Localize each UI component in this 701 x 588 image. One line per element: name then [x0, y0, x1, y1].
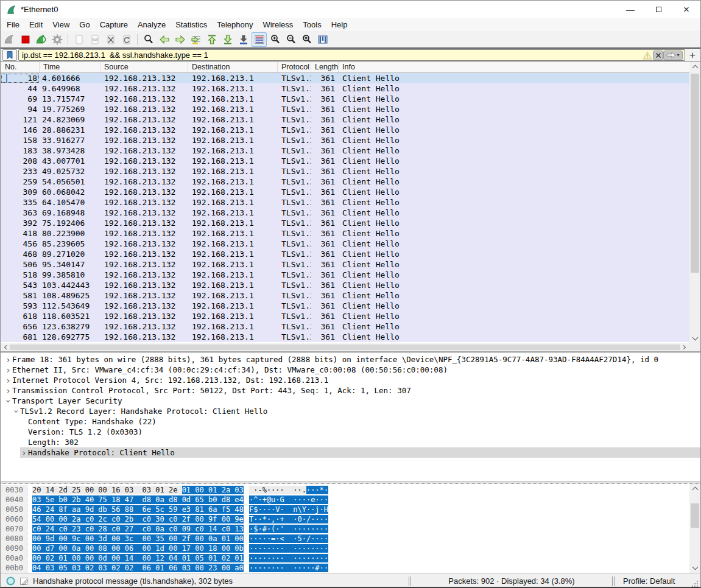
- packet-row[interactable]: 543103.442443192.168.213.132192.168.213.…: [1, 280, 689, 290]
- packet-row[interactable]: 51899.385810192.168.213.132192.168.213.1…: [1, 270, 689, 280]
- minimize-button[interactable]: —: [616, 1, 644, 18]
- packet-row[interactable]: 681128.692775192.168.213.132192.168.213.…: [1, 332, 689, 342]
- hex-row[interactable]: 004003 5e b0 2b 40 75 18 47 d8 0a d8 0d …: [1, 495, 700, 505]
- open-file-icon[interactable]: [71, 32, 86, 47]
- hex-row[interactable]: 003020 14 2d 25 00 00 16 03 03 01 2e 01 …: [1, 485, 700, 495]
- maximize-button[interactable]: [644, 1, 672, 18]
- hex-row[interactable]: 005046 24 8f aa 9d db 56 88 6e 5c 59 e3 …: [1, 505, 700, 514]
- find-packet-icon[interactable]: [141, 32, 156, 47]
- packet-row[interactable]: 593112.543649192.168.213.132192.168.213.…: [1, 301, 689, 311]
- scroll-right-button[interactable]: [680, 343, 689, 351]
- scroll-down-button[interactable]: [689, 563, 700, 573]
- detail-line[interactable]: ›Content Type: Handshake (22): [1, 416, 700, 427]
- filter-apply-button[interactable]: ▾: [663, 51, 683, 60]
- menu-capture[interactable]: Capture: [95, 19, 133, 30]
- go-first-packet-icon[interactable]: [204, 32, 219, 47]
- packet-row[interactable]: 25954.056501192.168.213.132192.168.213.1…: [1, 177, 689, 187]
- filter-add-button[interactable]: +: [686, 49, 699, 61]
- detail-line[interactable]: ›Length: 302: [1, 437, 700, 447]
- hex-row[interactable]: 0070c0 24 c0 23 c0 28 c0 27 c0 0a c0 09 …: [1, 524, 700, 534]
- colorize-packets-icon[interactable]: [252, 32, 267, 47]
- start-capture-icon[interactable]: [2, 32, 17, 47]
- filter-dropdown-caret[interactable]: ▾: [677, 52, 679, 58]
- hex-row[interactable]: 006054 00 00 2a c0 2c c0 2b c0 30 c0 2f …: [1, 514, 700, 524]
- packet-row[interactable]: 14628.886231192.168.213.132192.168.213.1…: [1, 125, 689, 135]
- expert-info-icon[interactable]: [5, 576, 16, 586]
- detail-line[interactable]: ›Internet Protocol Version 4, Src: 192.1…: [1, 375, 700, 385]
- zoom-out-icon[interactable]: [283, 32, 298, 47]
- hex-row[interactable]: 00b004 03 05 03 02 03 02 02 06 01 06 03 …: [1, 563, 700, 573]
- column-header-info[interactable]: Info: [339, 62, 689, 72]
- capture-options-icon[interactable]: [49, 32, 65, 47]
- scrollbar-thumb[interactable]: [691, 503, 699, 528]
- menu-edit[interactable]: Edit: [24, 19, 48, 30]
- scroll-up-button[interactable]: [689, 62, 700, 72]
- menu-view[interactable]: View: [48, 19, 74, 30]
- zoom-in-icon[interactable]: [267, 32, 283, 47]
- detail-line[interactable]: ›Handshake Protocol: Client Hello: [20, 447, 700, 458]
- packet-row[interactable]: 41880.223900192.168.213.132192.168.213.1…: [1, 228, 689, 239]
- scroll-left-button[interactable]: [1, 343, 10, 351]
- packet-row[interactable]: 46889.271020192.168.213.132192.168.213.1…: [1, 249, 689, 259]
- column-header-source[interactable]: Source: [100, 62, 188, 72]
- scrollbar-thumb[interactable]: [691, 74, 699, 273]
- expand-arrow-icon[interactable]: ›: [4, 355, 12, 364]
- packet-row[interactable]: 656123.638279192.168.213.132192.168.213.…: [1, 321, 689, 332]
- scroll-down-button[interactable]: [689, 334, 700, 343]
- collapse-arrow-icon[interactable]: ›: [12, 407, 21, 415]
- menu-file[interactable]: File: [2, 19, 24, 30]
- packet-row[interactable]: 20843.007701192.168.213.132192.168.213.1…: [1, 156, 689, 166]
- packet-row[interactable]: 618118.603521192.168.213.132192.168.213.…: [1, 311, 689, 321]
- packet-row[interactable]: 33564.105470192.168.213.132192.168.213.1…: [1, 197, 689, 208]
- packet-row[interactable]: 6913.715747192.168.213.132192.168.213.1T…: [1, 94, 689, 104]
- detail-line[interactable]: ›Transport Layer Security: [1, 396, 700, 406]
- packet-row[interactable]: 39275.192406192.168.213.132192.168.213.1…: [1, 218, 689, 228]
- menu-statistics[interactable]: Statistics: [171, 19, 212, 30]
- restart-capture-icon[interactable]: [33, 32, 49, 47]
- go-forward-icon[interactable]: [172, 32, 188, 47]
- filter-clear-button[interactable]: [653, 51, 663, 60]
- hscrollbar-thumb[interactable]: [10, 345, 680, 350]
- profile-label[interactable]: Profile: Default: [618, 576, 691, 586]
- packet-row[interactable]: 15833.916277192.168.213.132192.168.213.1…: [1, 135, 689, 145]
- expand-arrow-icon[interactable]: ›: [4, 387, 12, 395]
- display-filter-input[interactable]: ip.dst == 192.168.213.1 && ssl.handshake…: [18, 49, 685, 61]
- menu-analyze[interactable]: Analyze: [133, 19, 171, 30]
- expand-arrow-icon[interactable]: ›: [20, 449, 28, 457]
- detail-line[interactable]: ›Version: TLS 1.2 (0x0303): [1, 427, 700, 437]
- menu-help[interactable]: Help: [326, 19, 353, 30]
- stop-capture-icon[interactable]: [18, 32, 33, 47]
- menu-tools[interactable]: Tools: [298, 19, 326, 30]
- packet-row[interactable]: 45685.239605192.168.213.132192.168.213.1…: [1, 239, 689, 249]
- packet-row[interactable]: 184.601666192.168.213.132192.168.213.1TL…: [1, 73, 689, 83]
- auto-scroll-icon[interactable]: [236, 32, 251, 47]
- detail-line[interactable]: ›Frame 18: 361 bytes on wire (2888 bits)…: [1, 354, 700, 365]
- go-to-packet-icon[interactable]: [188, 32, 203, 47]
- zoom-reset-icon[interactable]: [299, 32, 314, 47]
- menu-wireless[interactable]: Wireless: [258, 19, 298, 30]
- resize-columns-icon[interactable]: [315, 32, 330, 47]
- detail-line[interactable]: ›TLSv1.2 Record Layer: Handshake Protoco…: [1, 406, 700, 416]
- hex-row[interactable]: 008000 9d 00 9c 00 3d 00 3c 00 35 00 2f …: [1, 534, 700, 544]
- close-file-icon[interactable]: [103, 32, 118, 47]
- packet-row[interactable]: 50695.340147192.168.213.132192.168.213.1…: [1, 259, 689, 270]
- column-header-protocol[interactable]: Protocol: [278, 62, 311, 72]
- hex-row[interactable]: 009000 d7 00 0a 00 08 00 06 00 1d 00 17 …: [1, 544, 700, 553]
- packet-row[interactable]: 581108.489625192.168.213.132192.168.213.…: [1, 290, 689, 301]
- close-button[interactable]: ×: [672, 1, 700, 18]
- collapse-arrow-icon[interactable]: ›: [4, 397, 13, 405]
- packet-row[interactable]: 23349.025732192.168.213.132192.168.213.1…: [1, 166, 689, 177]
- column-header-destination[interactable]: Destination: [188, 62, 278, 72]
- bytes-vscrollbar[interactable]: [689, 484, 700, 573]
- expand-arrow-icon[interactable]: ›: [4, 366, 12, 374]
- resize-grip[interactable]: [691, 580, 699, 587]
- packet-list-vscrollbar[interactable]: [689, 62, 700, 343]
- packet-row[interactable]: 18338.973428192.168.213.132192.168.213.1…: [1, 145, 689, 156]
- packet-row[interactable]: 449.649968192.168.213.132192.168.213.1TL…: [1, 83, 689, 94]
- capture-comment-icon[interactable]: [19, 576, 29, 586]
- menu-go[interactable]: Go: [74, 19, 94, 30]
- packet-list-hscrollbar[interactable]: [1, 343, 689, 351]
- packet-row[interactable]: 36369.168948192.168.213.132192.168.213.1…: [1, 208, 689, 218]
- packet-row[interactable]: 30960.068042192.168.213.132192.168.213.1…: [1, 187, 689, 197]
- go-last-packet-icon[interactable]: [220, 32, 235, 47]
